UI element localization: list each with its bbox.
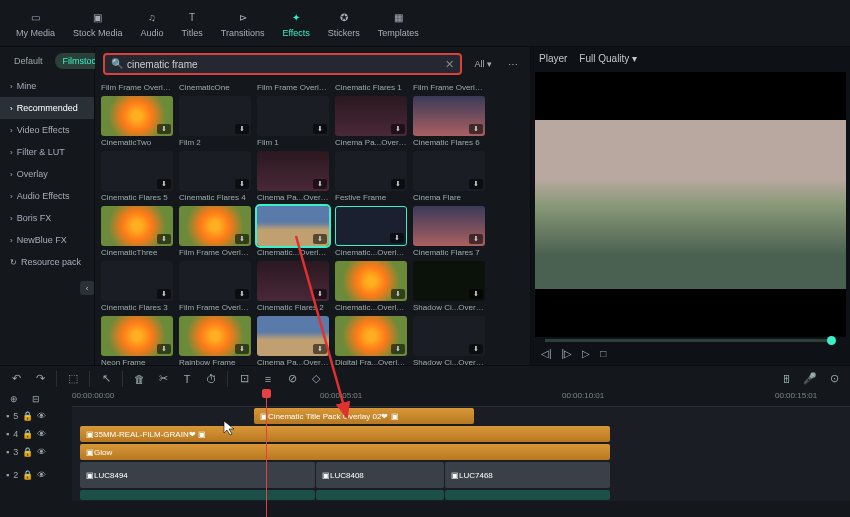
- delete-button[interactable]: 🗑: [131, 371, 147, 387]
- effect-thumbnail[interactable]: ⬇: [413, 316, 485, 356]
- progress-handle[interactable]: [827, 336, 836, 345]
- effect-thumbnail[interactable]: ⬇: [257, 151, 329, 191]
- record-button[interactable]: 🎤: [802, 371, 818, 387]
- eye-icon[interactable]: 👁: [37, 429, 46, 439]
- effect-thumbnail[interactable]: ⬇: [335, 261, 407, 301]
- effect-thumbnail[interactable]: ⬇: [335, 206, 407, 246]
- next-frame-button[interactable]: |▷: [562, 348, 573, 359]
- cat-newblue-fx[interactable]: ›NewBlue FX: [0, 229, 94, 251]
- effect-thumbnail[interactable]: ⬇: [257, 261, 329, 301]
- cat-resource-pack[interactable]: ↻Resource pack: [0, 251, 94, 273]
- marker-button[interactable]: ◇: [308, 371, 324, 387]
- cat-overlay[interactable]: ›Overlay: [0, 163, 94, 185]
- clip-overlay[interactable]: ▣ Cinematic Title Pack Overlay 02 ❤ ▣: [254, 408, 474, 424]
- clear-search-button[interactable]: ✕: [445, 58, 454, 71]
- time-ruler[interactable]: 00:00:00:00 00:00:05:01 00:00:10:01 00:0…: [72, 391, 850, 407]
- search-input[interactable]: [127, 59, 445, 70]
- tab-transitions[interactable]: ⊳Transitions: [213, 4, 273, 42]
- text-tool[interactable]: T: [179, 371, 195, 387]
- type-filter-dropdown[interactable]: All ▾: [470, 59, 496, 69]
- cat-video-effects[interactable]: ›Video Effects: [0, 119, 94, 141]
- crop-button[interactable]: ⊡: [236, 371, 252, 387]
- quality-dropdown[interactable]: Full Quality ▾: [579, 53, 637, 64]
- prev-frame-button[interactable]: ◁|: [541, 348, 552, 359]
- download-icon[interactable]: ⬇: [157, 179, 171, 189]
- download-icon[interactable]: ⬇: [235, 124, 249, 134]
- more-options-button[interactable]: ⋯: [504, 59, 522, 70]
- effect-thumbnail[interactable]: ⬇: [413, 96, 485, 136]
- select-tool[interactable]: ⬚: [65, 371, 81, 387]
- eye-icon[interactable]: 👁: [37, 411, 46, 421]
- effect-thumbnail[interactable]: ⬇: [413, 151, 485, 191]
- lock-icon[interactable]: 🔒: [22, 447, 33, 457]
- cursor-tool[interactable]: ↖: [98, 371, 114, 387]
- effect-thumbnail[interactable]: ⬇: [179, 206, 251, 246]
- effect-thumbnail[interactable]: ⬇: [101, 261, 173, 301]
- effect-thumbnail[interactable]: ⬇: [179, 316, 251, 356]
- download-icon[interactable]: ⬇: [313, 124, 327, 134]
- effect-thumbnail[interactable]: ⬇: [179, 151, 251, 191]
- tab-my-media[interactable]: ▭My Media: [8, 4, 63, 42]
- lock-icon[interactable]: 🔒: [22, 470, 33, 480]
- effect-thumbnail[interactable]: ⬇: [335, 151, 407, 191]
- eye-icon[interactable]: 👁: [37, 470, 46, 480]
- effect-thumbnail[interactable]: ⬇: [101, 96, 173, 136]
- download-icon[interactable]: ⬇: [157, 234, 171, 244]
- track-toggle[interactable]: ▪: [6, 470, 9, 480]
- filter-default[interactable]: Default: [6, 53, 51, 69]
- download-icon[interactable]: ⬇: [235, 234, 249, 244]
- zoom-tool[interactable]: ⊕: [6, 391, 22, 407]
- undo-button[interactable]: ↶: [8, 371, 24, 387]
- download-icon[interactable]: ⬇: [313, 234, 327, 244]
- track-toggle[interactable]: ▪: [6, 429, 9, 439]
- clip-video-1[interactable]: ▣ LUC8494: [80, 462, 315, 488]
- download-icon[interactable]: ⬇: [157, 124, 171, 134]
- split-button[interactable]: ✂: [155, 371, 171, 387]
- clip-video-2[interactable]: ▣ LUC8408: [316, 462, 444, 488]
- clip-video-3[interactable]: ▣ LUC7468: [445, 462, 610, 488]
- download-icon[interactable]: ⬇: [469, 234, 483, 244]
- preview-progress[interactable]: [545, 339, 836, 342]
- download-icon[interactable]: ⬇: [391, 344, 405, 354]
- cat-audio-effects[interactable]: ›Audio Effects: [0, 185, 94, 207]
- effect-thumbnail[interactable]: ⬇: [257, 96, 329, 136]
- clip-film-grain[interactable]: ▣ 35MM-REAL-FILM-GRAIN ❤ ▣: [80, 426, 610, 442]
- cat-filter-lut[interactable]: ›Filter & LUT: [0, 141, 94, 163]
- track-toggle[interactable]: ▪: [6, 447, 9, 457]
- download-icon[interactable]: ⬇: [157, 344, 171, 354]
- download-icon[interactable]: ⬇: [313, 289, 327, 299]
- cat-mine[interactable]: ›Mine: [0, 75, 94, 97]
- download-icon[interactable]: ⬇: [391, 289, 405, 299]
- download-icon[interactable]: ⬇: [313, 179, 327, 189]
- fit-tool[interactable]: ⊟: [28, 391, 44, 407]
- download-icon[interactable]: ⬇: [235, 344, 249, 354]
- track-toggle[interactable]: ▪: [6, 411, 9, 421]
- adjust-button[interactable]: ≡: [260, 371, 276, 387]
- clip-audio-3[interactable]: [445, 490, 610, 500]
- tab-stock-media[interactable]: ▣Stock Media: [65, 4, 131, 42]
- effect-thumbnail[interactable]: ⬇: [335, 96, 407, 136]
- play-button[interactable]: ▷: [582, 348, 590, 359]
- effect-thumbnail[interactable]: ⬇: [335, 316, 407, 356]
- download-icon[interactable]: ⬇: [469, 344, 483, 354]
- download-icon[interactable]: ⬇: [391, 124, 405, 134]
- effect-thumbnail[interactable]: ⬇: [101, 316, 173, 356]
- effect-thumbnail[interactable]: ⬇: [257, 206, 329, 246]
- effect-thumbnail[interactable]: ⬇: [257, 316, 329, 356]
- clip-audio-1[interactable]: [80, 490, 315, 500]
- stop-button[interactable]: □: [600, 348, 606, 359]
- tab-titles[interactable]: TTitles: [174, 4, 211, 42]
- effect-thumbnail[interactable]: ⬇: [179, 96, 251, 136]
- effect-thumbnail[interactable]: ⬇: [179, 261, 251, 301]
- render-button[interactable]: ⊙: [826, 371, 842, 387]
- eye-icon[interactable]: 👁: [37, 447, 46, 457]
- effect-thumbnail[interactable]: ⬇: [101, 206, 173, 246]
- download-icon[interactable]: ⬇: [157, 289, 171, 299]
- clip-glow[interactable]: ▣ Glow: [80, 444, 610, 460]
- download-icon[interactable]: ⬇: [390, 233, 404, 243]
- speed-button[interactable]: ⏱: [203, 371, 219, 387]
- download-icon[interactable]: ⬇: [235, 179, 249, 189]
- collapse-sidebar-button[interactable]: ‹: [80, 281, 94, 295]
- playhead[interactable]: ✕: [266, 391, 267, 517]
- cat-recommended[interactable]: ›Recommended: [0, 97, 94, 119]
